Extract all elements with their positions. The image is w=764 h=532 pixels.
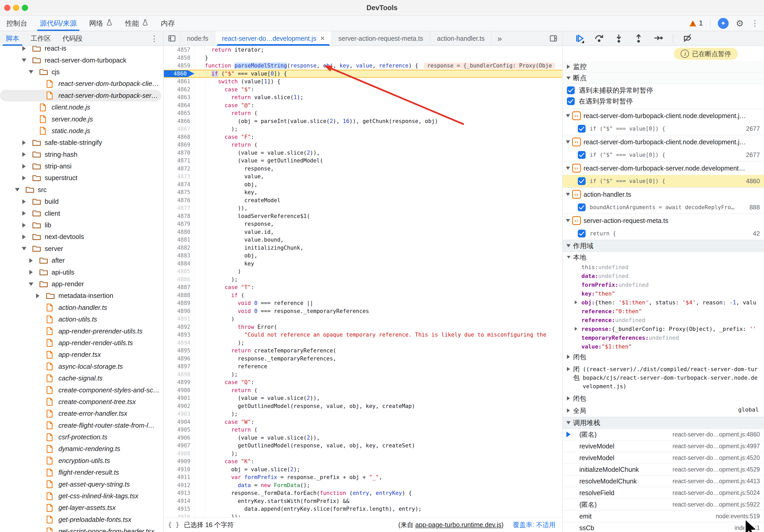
- breakpoint-gutter[interactable]: [195, 418, 205, 426]
- line-number[interactable]: 4900: [164, 386, 195, 394]
- breakpoint-group-header[interactable]: ‹› action-handler.ts: [563, 188, 764, 201]
- line-number[interactable]: 4889: [164, 299, 195, 307]
- breakpoint-gutter[interactable]: [195, 402, 205, 410]
- checked-checkbox[interactable]: [567, 86, 575, 94]
- tree-row[interactable]: strip-ansi: [0, 160, 163, 172]
- tree-row[interactable]: get-script-nonce-from-header.tsx: [0, 525, 163, 532]
- breakpoint-gutter[interactable]: [195, 109, 205, 117]
- tree-row[interactable]: static.node.js: [0, 125, 163, 137]
- tree-row[interactable]: get-layer-assets.tsx: [0, 502, 163, 514]
- coverage-link[interactable]: 覆盖率: 不适用: [513, 521, 555, 529]
- breakpoint-gutter[interactable]: [195, 117, 205, 125]
- main-panel-tab[interactable]: 控制台: [0, 16, 34, 31]
- watch-section-header[interactable]: 监控: [563, 61, 764, 72]
- tree-row[interactable]: get-preloadable-fonts.tsx: [0, 514, 163, 525]
- line-number[interactable]: 4886: [164, 276, 195, 284]
- line-number[interactable]: 4881: [164, 236, 195, 244]
- line-number[interactable]: 4915: [164, 505, 195, 513]
- line-number[interactable]: 4909: [164, 458, 195, 466]
- tree-row[interactable]: create-component-styles-and-sc…: [0, 384, 163, 396]
- chevron-icon[interactable]: [22, 223, 32, 227]
- line-number[interactable]: 4898: [164, 371, 195, 379]
- line-number[interactable]: 4906: [164, 434, 195, 442]
- tree-row[interactable]: src: [0, 184, 163, 196]
- main-panel-tab[interactable]: 源代码/来源: [34, 16, 83, 31]
- callstack-frame[interactable]: ssCb index.js:1: [563, 522, 764, 532]
- chevron-down-icon[interactable]: [566, 140, 570, 144]
- line-number[interactable]: 4862: [164, 86, 195, 94]
- breakpoint-gutter[interactable]: [195, 378, 205, 386]
- tree-row[interactable]: create-error-handler.tsx: [0, 408, 163, 419]
- chevron-icon[interactable]: [29, 270, 39, 275]
- tree-row[interactable]: after: [0, 255, 163, 266]
- step-into-button[interactable]: [614, 33, 624, 44]
- line-number[interactable]: 4914: [164, 497, 195, 505]
- line-number[interactable]: 4888: [164, 291, 195, 300]
- sidebar-tab[interactable]: 工作区: [25, 31, 57, 46]
- expand-arrow-icon[interactable]: [575, 327, 581, 331]
- chevron-right-icon[interactable]: [567, 355, 570, 359]
- tree-row[interactable]: react-server-dom-turbopack: [0, 54, 163, 66]
- tree-row[interactable]: create-component-tree.tsx: [0, 396, 163, 408]
- tree-row[interactable]: superstruct: [0, 172, 163, 184]
- line-number[interactable]: 4865: [164, 109, 195, 117]
- breakpoint-gutter[interactable]: [195, 70, 205, 77]
- line-number[interactable]: 4866: [164, 117, 195, 125]
- breakpoints-section-header[interactable]: 断点: [563, 72, 764, 84]
- line-number[interactable]: 4883: [164, 252, 195, 260]
- scope-local-header[interactable]: 本地: [563, 252, 764, 263]
- source-origin-link[interactable]: app-page-turbo.runtime.dev.js: [415, 521, 501, 528]
- line-number[interactable]: 4884: [164, 260, 195, 268]
- chevron-icon[interactable]: [22, 246, 32, 251]
- tree-row[interactable]: action-handler.ts: [0, 302, 163, 314]
- chevron-icon[interactable]: [29, 258, 39, 263]
- line-number[interactable]: 4913: [164, 489, 195, 497]
- callstack-frame[interactable]: resolveModelChunk react-server-do…opment…: [563, 475, 764, 487]
- tree-row[interactable]: app-render.tsx: [0, 349, 163, 360]
- breakpoint-checkbox[interactable]: [578, 203, 586, 211]
- breakpoint-gutter[interactable]: [195, 125, 205, 133]
- tree-row[interactable]: get-css-inlined-link-tags.tsx: [0, 490, 163, 502]
- editor-tab[interactable]: node:fs: [180, 31, 215, 46]
- breakpoint-gutter[interactable]: [195, 77, 205, 86]
- tree-row[interactable]: react-is: [0, 46, 163, 54]
- tree-row[interactable]: lib: [0, 219, 163, 231]
- line-number[interactable]: 4873: [164, 173, 195, 181]
- breakpoint-checkbox[interactable]: [578, 125, 586, 133]
- breakpoint-gutter[interactable]: [195, 339, 205, 347]
- callstack-frame[interactable]: resolveField react-server-do…opment.js:5…: [563, 487, 764, 499]
- step-button[interactable]: [653, 33, 664, 44]
- breakpoint-gutter[interactable]: [195, 157, 205, 165]
- checked-checkbox[interactable]: [567, 97, 575, 105]
- chevron-right-icon[interactable]: [567, 408, 570, 413]
- step-out-button[interactable]: [633, 33, 644, 44]
- line-number[interactable]: 4904: [164, 418, 195, 426]
- sidebar-tab[interactable]: 代码段: [57, 31, 88, 46]
- tree-row[interactable]: next-devtools: [0, 231, 163, 243]
- line-number[interactable]: 4880: [164, 228, 195, 236]
- breakpoint-gutter[interactable]: [195, 473, 205, 481]
- line-number[interactable]: 4876: [164, 197, 195, 204]
- breakpoint-gutter[interactable]: [195, 458, 205, 466]
- chevron-icon[interactable]: [22, 58, 32, 63]
- sidebar-more-options-icon[interactable]: ⋮: [150, 34, 158, 43]
- line-number[interactable]: 4864: [164, 101, 195, 109]
- main-panel-tab[interactable]: 内存: [155, 16, 181, 31]
- breakpoint-gutter[interactable]: [195, 386, 205, 394]
- breakpoint-gutter[interactable]: [195, 101, 205, 109]
- breakpoint-gutter[interactable]: [195, 362, 205, 371]
- tree-row[interactable]: metadata-insertion: [0, 290, 163, 302]
- breakpoint-gutter[interactable]: [195, 189, 205, 197]
- line-number[interactable]: 4887: [164, 283, 195, 291]
- breakpoint-gutter[interactable]: [195, 228, 205, 236]
- breakpoint-gutter[interactable]: [195, 244, 205, 252]
- breakpoint-gutter[interactable]: [195, 291, 205, 300]
- scope-closure-row[interactable]: 闭包 ((react-server)/./dist/compiled/react…: [563, 363, 764, 392]
- callstack-frame[interactable]: reviveModel react-server-do…opment.js:49…: [563, 440, 764, 452]
- breakpoint-gutter[interactable]: [195, 331, 205, 339]
- breakpoint-gutter[interactable]: [195, 394, 205, 402]
- line-number[interactable]: 4905: [164, 426, 195, 434]
- editor-tab[interactable]: react-server-do…development.js ×: [215, 31, 332, 46]
- breakpoint-gutter[interactable]: [195, 299, 205, 307]
- breakpoint-gutter[interactable]: [195, 283, 205, 291]
